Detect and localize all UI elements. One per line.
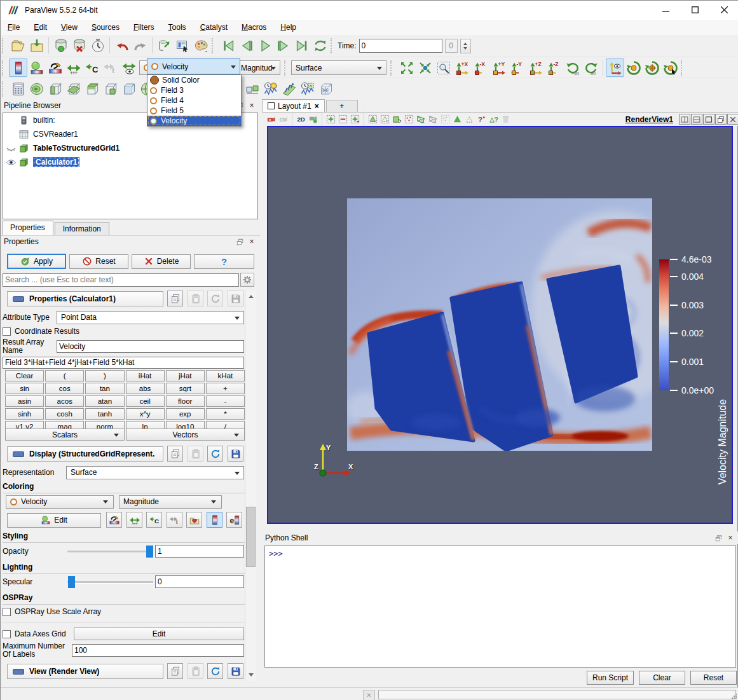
pipeline-item[interactable]: Calculator1	[3, 155, 257, 169]
max-labels-input[interactable]	[72, 644, 244, 657]
select-frustum-cells-button[interactable]	[415, 113, 427, 125]
color-palette-button[interactable]	[192, 37, 210, 55]
scalars-combo[interactable]: Scalars	[5, 429, 125, 441]
copy-button[interactable]	[167, 663, 183, 679]
render-view-name[interactable]: RenderView1	[625, 115, 673, 124]
toggle-color-legend-button[interactable]	[9, 58, 27, 77]
abort-icon[interactable]: ✕	[363, 690, 375, 700]
specular-slider-handle[interactable]	[68, 576, 75, 588]
calc-ihat-button[interactable]: iHat	[126, 370, 165, 381]
calc-sqrt-button[interactable]: sqrt	[166, 383, 205, 394]
calc-cos-button[interactable]: cos	[45, 383, 84, 394]
float-view-button[interactable]	[715, 114, 727, 125]
hover-points-button[interactable]: ?	[488, 113, 500, 125]
interactive-select-cells-button[interactable]	[403, 113, 415, 125]
float-panel-icon[interactable]	[713, 533, 723, 543]
menu-view[interactable]: View	[55, 21, 84, 34]
close-panel-icon[interactable]: ×	[725, 533, 735, 543]
coloring-array-combo[interactable]: Velocity	[6, 495, 114, 509]
select-cells-rect-button[interactable]	[325, 113, 337, 125]
close-panel-icon[interactable]: ×	[247, 237, 257, 247]
shrink-selection-button[interactable]	[463, 113, 475, 125]
scroll-up-arrow[interactable]	[245, 291, 256, 300]
scroll-down-arrow[interactable]	[245, 671, 256, 681]
select-points-polygon-button[interactable]	[379, 113, 391, 125]
first-frame-button[interactable]	[219, 37, 237, 55]
disconnect-server-button[interactable]	[70, 37, 88, 55]
calc-ceil-button[interactable]: ceil	[126, 395, 165, 407]
redo-button[interactable]	[131, 37, 149, 55]
calc---button[interactable]: *	[206, 408, 245, 420]
pipeline-item-label[interactable]: TableToStructuredGrid1	[33, 144, 120, 153]
opacity-slider[interactable]	[67, 545, 153, 558]
menu-file[interactable]: File	[1, 21, 26, 34]
maximize-button[interactable]	[680, 1, 709, 19]
search-options-button[interactable]	[240, 273, 254, 287]
float-panel-icon[interactable]	[235, 237, 245, 247]
paste-button[interactable]	[188, 291, 203, 306]
select-cells-modify-button[interactable]	[349, 113, 361, 125]
zoom-to-data-button[interactable]	[416, 58, 434, 77]
calc-tan-button[interactable]: tan	[85, 383, 124, 394]
representation-combo[interactable]: Surface	[291, 60, 386, 75]
section-view-header[interactable]: View (Render View)	[7, 664, 163, 679]
save-button[interactable]	[228, 446, 243, 462]
coloring-component-combo[interactable]: Magnitude	[119, 495, 222, 509]
toolbar-grip[interactable]	[681, 60, 685, 76]
specular-slider[interactable]	[67, 575, 153, 589]
section-properties-header[interactable]: Properties (Calculator1)	[7, 291, 163, 306]
threshold-button[interactable]	[83, 80, 101, 99]
reset-rotation-center-button[interactable]	[643, 58, 661, 77]
calc-abs-button[interactable]: abs	[126, 383, 165, 394]
ospray-use-scale-checkbox[interactable]	[3, 608, 11, 616]
toolbar-grip[interactable]	[2, 81, 6, 97]
opacity-input[interactable]	[155, 545, 244, 558]
dropdown-item-solid-color[interactable]: Solid Color	[147, 75, 241, 85]
select-frustum-points-button[interactable]	[427, 113, 439, 125]
rescale-temporal-range-button[interactable]: t	[167, 512, 182, 528]
split-horizontal-button[interactable]	[679, 114, 690, 125]
select-points-rect-button[interactable]	[337, 113, 349, 125]
pipeline-item-label[interactable]: CSVReader1	[33, 130, 78, 139]
frame-spinner[interactable]	[460, 39, 471, 53]
rotate-90-cw-button[interactable]: +90	[563, 58, 582, 77]
view-minus-y-button[interactable]: -Y	[508, 58, 526, 77]
dropdown-item-field-3[interactable]: Field 3	[147, 85, 241, 95]
calc-floor-button[interactable]: floor	[166, 395, 205, 407]
menu-help[interactable]: Help	[274, 21, 303, 34]
copy-button[interactable]	[167, 446, 183, 462]
auto-apply-button[interactable]	[88, 37, 107, 55]
calc-tanh-button[interactable]: tanh	[85, 408, 124, 420]
edit-color-map-button[interactable]: Edit	[7, 513, 101, 528]
resize-grip[interactable]	[731, 693, 737, 699]
representation-property-combo[interactable]: Surface	[66, 466, 244, 479]
export-data-button[interactable]	[155, 37, 174, 55]
play-button[interactable]	[256, 37, 274, 55]
component-combo[interactable]: Magnitud	[236, 60, 280, 75]
menu-edit[interactable]: Edit	[27, 21, 53, 34]
calc---button[interactable]: (	[45, 370, 84, 381]
edit-color-map-button[interactable]	[46, 58, 64, 77]
menu-catalyst[interactable]: Catalyst	[194, 21, 234, 34]
rotate-90-ccw-button[interactable]: -90	[582, 58, 600, 77]
toggle-2d-button[interactable]: 2D	[295, 113, 307, 125]
help-button[interactable]: ?	[194, 254, 254, 269]
pipeline-item-label[interactable]: builtin:	[33, 116, 55, 125]
set-solid-color-button[interactable]	[27, 58, 46, 77]
toolbar-grip[interactable]	[284, 60, 289, 76]
python-console[interactable]: >>>	[264, 546, 736, 668]
last-frame-button[interactable]	[292, 37, 311, 55]
scrollbar-thumb[interactable]	[246, 507, 256, 567]
calc-asin-button[interactable]: asin	[5, 395, 44, 407]
color-legend-small-button[interactable]	[207, 512, 222, 528]
delete-button[interactable]: Delete	[132, 254, 191, 269]
rescale-custom-range-button[interactable]: C	[146, 512, 162, 528]
minimize-button[interactable]	[651, 1, 680, 19]
loop-button[interactable]	[311, 37, 329, 55]
glyph-button[interactable]	[120, 80, 138, 99]
properties-scrollbar[interactable]	[245, 291, 256, 681]
clear-selection-button[interactable]	[500, 113, 512, 125]
set-rotation-center-button[interactable]	[624, 58, 643, 77]
zoom-to-box-button[interactable]	[434, 58, 453, 77]
toolbar-grip[interactable]	[2, 38, 6, 53]
